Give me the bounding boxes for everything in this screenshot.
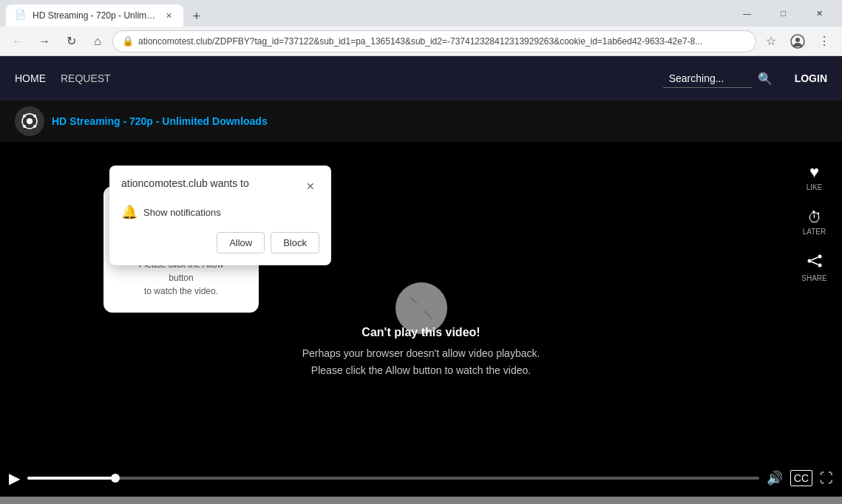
popup-close-button[interactable]: ✕ — [302, 177, 319, 195]
block-button[interactable]: Block — [271, 232, 319, 253]
progress-knob[interactable] — [111, 474, 120, 483]
browser-window: 📄 HD Streaming - 720p - Unlimite... ✕ + … — [0, 0, 842, 504]
reload-button[interactable]: ↻ — [59, 30, 83, 53]
notification-label: Show notifications — [143, 207, 221, 218]
svg-line-11 — [811, 257, 818, 260]
volume-button[interactable]: 🔊 — [767, 470, 783, 486]
share-label: SHARE — [801, 274, 826, 282]
menu-button[interactable]: ⋮ — [812, 30, 836, 53]
popup-notification-row: 🔔 Show notifications — [121, 204, 319, 220]
cant-play-line2: Please click the Allow button to watch t… — [274, 362, 569, 378]
bookmark-button[interactable]: ☆ — [759, 30, 783, 53]
svg-point-5 — [33, 115, 36, 118]
progress-fill — [27, 477, 115, 480]
search-input[interactable] — [663, 69, 752, 88]
active-tab[interactable]: 📄 HD Streaming - 720p - Unlimite... ✕ — [6, 4, 183, 27]
address-text: ationcomotest.club/ZDPFBY?tag_id=737122&… — [138, 36, 747, 47]
notification-popup: ationcomotest.club wants to ✕ 🔔 Show not… — [109, 166, 331, 265]
video-title: HD Streaming - 720p - Unlimited Download… — [52, 115, 268, 127]
maximize-button[interactable]: □ — [767, 0, 800, 27]
svg-point-7 — [33, 125, 36, 128]
svg-point-10 — [818, 263, 821, 267]
like-button[interactable]: ♥ LIKE — [794, 157, 835, 197]
film-icon — [15, 106, 44, 136]
title-bar: 📄 HD Streaming - 720p - Unlimite... ✕ + … — [0, 0, 842, 27]
cant-play-title: Can't play this video! — [274, 326, 569, 339]
login-button[interactable]: LOGIN — [795, 72, 827, 84]
new-tab-button[interactable]: + — [186, 6, 207, 27]
nav-bar: ← → ↻ ⌂ 🔒 ationcomotest.club/ZDPFBY?tag_… — [0, 27, 842, 56]
svg-point-1 — [795, 38, 800, 42]
svg-point-4 — [23, 115, 26, 118]
address-bar[interactable]: 🔒 ationcomotest.club/ZDPFBY?tag_id=73712… — [112, 30, 756, 52]
nav-request[interactable]: REQUEST — [61, 72, 111, 84]
play-button[interactable]: ▶ — [9, 469, 20, 487]
forward-button[interactable]: → — [33, 30, 56, 53]
svg-point-3 — [27, 118, 33, 124]
svg-line-12 — [811, 262, 818, 265]
bell-icon: 🔔 — [121, 204, 137, 220]
window-controls: — □ ✕ — [730, 0, 836, 27]
search-icon[interactable]: 🔍 — [758, 72, 773, 86]
video-controls: ▶ 🔊 CC ⛶ — [0, 460, 842, 497]
allow-button[interactable]: Allow — [217, 232, 265, 253]
share-button[interactable]: SHARE — [794, 247, 835, 287]
heart-icon: ♥ — [809, 163, 819, 182]
tab-close-button[interactable]: ✕ — [163, 10, 174, 21]
profile-button[interactable] — [786, 30, 809, 53]
minimize-button[interactable]: — — [730, 0, 764, 27]
svg-point-6 — [23, 125, 26, 128]
back-button[interactable]: ← — [6, 30, 30, 53]
cant-play-message: Can't play this video! Perhaps your brow… — [274, 326, 569, 378]
video-sidebar: ♥ LIKE ⏱ LATER — [794, 157, 835, 287]
popup-header: ationcomotest.club wants to ✕ — [121, 177, 319, 195]
tab-title: HD Streaming - 720p - Unlimite... — [33, 10, 157, 21]
video-title-bar: HD Streaming - 720p - Unlimited Download… — [0, 101, 842, 142]
site-header: HOME REQUEST 🔍 LOGIN — [0, 56, 842, 101]
fullscreen-button[interactable]: ⛶ — [820, 471, 833, 486]
svg-point-9 — [807, 259, 811, 262]
home-button[interactable]: ⌂ — [86, 30, 109, 53]
close-button[interactable]: ✕ — [803, 0, 836, 27]
clock-icon: ⏱ — [807, 209, 822, 226]
later-button[interactable]: ⏱ LATER — [794, 202, 835, 242]
site-search: 🔍 — [663, 69, 773, 88]
like-label: LIKE — [807, 183, 823, 191]
popup-buttons: Allow Block — [121, 232, 319, 253]
progress-bar[interactable] — [27, 477, 759, 480]
share-icon — [807, 253, 823, 273]
popup-title: ationcomotest.club wants to — [121, 177, 249, 189]
tab-favicon: 📄 — [15, 10, 27, 21]
svg-point-8 — [818, 254, 821, 258]
cc-button[interactable]: CC — [790, 470, 812, 486]
lock-icon: 🔒 — [122, 35, 134, 47]
page-content: HOME REQUEST 🔍 LOGIN HD Streaming - — [0, 56, 842, 504]
cant-play-line1: Perhaps your browser doesn't allow video… — [274, 345, 569, 361]
later-label: LATER — [803, 228, 826, 236]
nav-home[interactable]: HOME — [15, 72, 46, 84]
tab-bar: 📄 HD Streaming - 720p - Unlimite... ✕ + — [6, 0, 724, 27]
